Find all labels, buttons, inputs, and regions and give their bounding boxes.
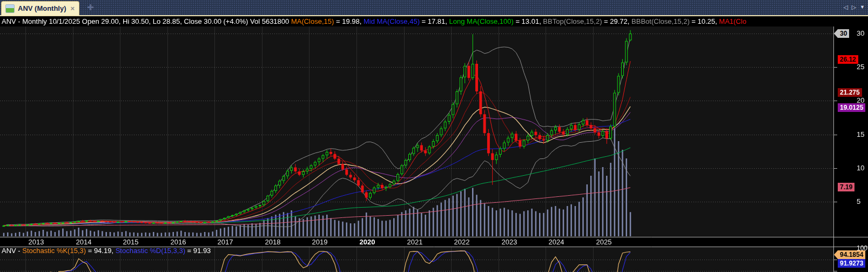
price-tag: 21.275 <box>834 88 862 97</box>
new-tab-target-icon: ✚ <box>87 3 94 12</box>
title-segment: ANV - <box>2 247 22 255</box>
tag-value: 26.12 <box>838 55 858 64</box>
time-axis-label: 2025 <box>596 238 612 246</box>
tag-value: 7.19 <box>838 183 854 191</box>
title-segment: Long MA(Close,100) <box>449 17 514 25</box>
price-tag: 30 <box>834 29 849 38</box>
stoch-tag: 94.1854 <box>834 250 865 259</box>
price-axis-label: 25 <box>857 63 864 71</box>
price-axis-label: 15 <box>857 130 864 138</box>
time-axis-label: 2020 <box>360 238 375 246</box>
title-segment: = 10.25, <box>690 17 719 25</box>
time-axis-label: 2013 <box>29 238 44 246</box>
time-axis-label: 2017 <box>218 238 233 246</box>
tag-arrow-icon <box>834 29 838 38</box>
time-axis-label: 2023 <box>502 238 517 246</box>
tab-anv-monthly[interactable]: ANV (Monthly) × <box>1 1 79 15</box>
stoch-tag: 91.9273 <box>834 259 865 268</box>
time-axis-label: 2021 <box>407 238 423 246</box>
title-segment: = 29.72, <box>602 17 631 25</box>
tab-bar: ANV (Monthly) × ✚ ◁ ▷ ▼ <box>0 0 868 16</box>
tag-value: 21.275 <box>838 88 862 97</box>
price-axis-label: 10 <box>857 164 864 172</box>
title-segment: Mid MA(Close,45) <box>364 17 420 25</box>
title-segment: Stochastic %K(15,3) <box>22 247 86 255</box>
time-axis-label: 2014 <box>76 238 92 246</box>
price-tag: 7.19 <box>834 183 854 191</box>
tab-nav: ◁ ▷ ▼ <box>843 3 865 11</box>
time-axis-label: 2019 <box>312 238 328 246</box>
time-axis-label: 2024 <box>549 238 564 246</box>
price-axis-label: 30 <box>857 29 864 37</box>
chart-title: ANV - Monthly 10/1/2025 Open 29.00, Hi 3… <box>2 17 832 25</box>
stochastic-title: ANV - Stochastic %K(15,3) = 94.19, Stoch… <box>2 247 832 255</box>
tab-close-icon[interactable]: × <box>71 4 75 12</box>
tag-value: 94.1854 <box>838 250 865 259</box>
tab-list-dropdown-icon[interactable]: ▼ <box>860 3 865 11</box>
title-segment: BBTop(Close,15,2) <box>543 17 602 25</box>
price-tag: 19.0125 <box>834 103 865 112</box>
tag-arrow-icon <box>834 250 838 259</box>
title-segment: = 17.81, <box>420 17 449 25</box>
title-segment: MA(Close,15) <box>291 17 334 25</box>
tag-value: 91.9273 <box>838 259 865 268</box>
tag-value: 19.0125 <box>838 103 865 112</box>
title-segment: ANV - Monthly 10/1/2025 Open 29.00, Hi 3… <box>2 17 291 25</box>
time-axis-label: 2016 <box>171 238 186 246</box>
title-segment: Stochastic %D(15,3,3) <box>116 247 185 255</box>
time-axis-label: 2022 <box>454 238 470 246</box>
title-segment: = 91.93 <box>185 247 211 255</box>
title-segment: MA1(Clo <box>719 17 746 25</box>
chart-thumbnail-icon <box>5 4 15 13</box>
tab-scroll-right-icon[interactable]: ▷ <box>852 3 856 11</box>
title-segment: BBBot(Close,15,2) <box>631 17 690 25</box>
price-tag: 26.12 <box>834 55 858 64</box>
time-axis-label: 2015 <box>123 238 139 246</box>
tag-value: 30 <box>838 29 849 38</box>
title-segment: = 19.98, <box>334 17 364 25</box>
tab-label: ANV (Monthly) <box>18 4 66 12</box>
price-chart-canvas[interactable] <box>0 0 868 272</box>
charting-app-window: ANV (Monthly) × ✚ ◁ ▷ ▼ ANV - Monthly 10… <box>0 0 868 272</box>
title-segment: = 94.19, <box>86 247 116 255</box>
price-axis-label: 5 <box>857 197 860 205</box>
tab-scroll-left-icon[interactable]: ◁ <box>843 3 847 11</box>
title-segment: = 13.01, <box>514 17 543 25</box>
time-axis-label: 2018 <box>265 238 281 246</box>
